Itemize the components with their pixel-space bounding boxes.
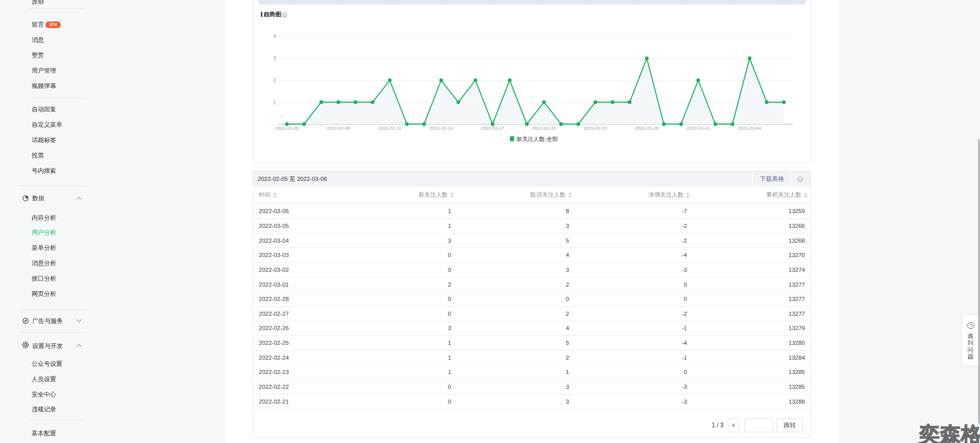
svg-text:2022-02-17: 2022-02-17: [481, 126, 504, 131]
svg-text:2022-03-01: 2022-03-01: [687, 126, 710, 131]
svg-text:2022-03-04: 2022-03-04: [738, 126, 762, 131]
svg-text:2022-02-14: 2022-02-14: [429, 126, 453, 131]
svg-text:2022-02-08: 2022-02-08: [327, 126, 350, 131]
svg-text:1: 1: [273, 99, 276, 105]
svg-text:2022-02-05: 2022-02-05: [275, 126, 299, 131]
svg-text:新关注人数-全部: 新关注人数-全部: [517, 136, 558, 142]
svg-text:3: 3: [273, 55, 276, 61]
svg-text:2022-02-26: 2022-02-26: [635, 126, 658, 131]
svg-text:?: ?: [969, 323, 972, 328]
svg-text:4: 4: [273, 33, 276, 39]
svg-text:2022-02-20: 2022-02-20: [532, 126, 556, 131]
svg-text:2022-02-23: 2022-02-23: [583, 126, 607, 131]
svg-text:2022-02-11: 2022-02-11: [378, 126, 401, 131]
svg-text:2: 2: [273, 77, 276, 83]
